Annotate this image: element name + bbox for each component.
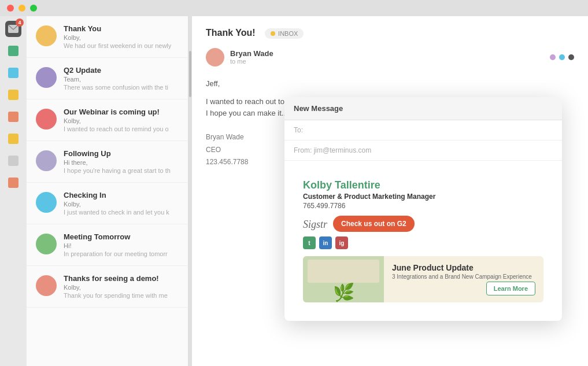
email-preview: There was some confusion with the ti [64, 84, 179, 91]
sender-name: Bryan Wade [230, 49, 544, 58]
new-message-header: New Message [284, 97, 562, 120]
linkedin-icon[interactable]: in [319, 236, 332, 249]
sidebar-item-contacts[interactable] [5, 153, 21, 169]
sig-title: Customer & Product Marketing Manager [303, 193, 543, 201]
new-message-body: Kolby Tallentire Customer & Product Mark… [284, 170, 562, 321]
sidebar-item-tasks[interactable] [5, 109, 21, 125]
email-sender: Team, [64, 76, 179, 83]
social-icons: t in ig [303, 236, 543, 249]
sig-phone: 765.499.7786 [303, 202, 543, 210]
sig-name: Kolby Tallentire [303, 179, 543, 191]
list-item[interactable]: Thanks for seeing a demo! Kolby, Thank y… [27, 266, 188, 308]
sender-to: to me [230, 58, 544, 65]
banner-subtitle: 3 Integrations and a Brand New Campaign … [392, 273, 535, 280]
to-field[interactable]: To: [284, 120, 562, 141]
email-subject: Checking In [64, 191, 179, 199]
email-sender: Kolby, [64, 284, 179, 291]
title-bar [0, 0, 588, 16]
email-preview: I wanted to reach out to remind you o [64, 125, 179, 132]
email-sender: Hi there, [64, 159, 179, 166]
learn-more-button[interactable]: Learn More [486, 282, 535, 295]
email-list: Thank You Kolby, We had our first weeken… [27, 16, 188, 366]
sidebar-item-mail[interactable]: 4 [5, 21, 21, 37]
email-content: Our Webinar is coming up! Kolby, I wante… [64, 108, 179, 132]
email-content: Following Up Hi there, I hope you're hav… [64, 149, 179, 174]
avatar [36, 234, 57, 254]
email-preview: We had our first weekend in our newly [64, 42, 179, 49]
email-sender: Kolby, [64, 117, 179, 124]
list-item[interactable]: Q2 Update Team, There was some confusion… [27, 58, 188, 99]
instagram-icon[interactable]: ig [335, 236, 348, 249]
email-detail-subject: Thank You! [206, 28, 256, 38]
inbox-badge: INBOX [265, 28, 304, 39]
sidebar-item-chat[interactable] [5, 65, 21, 81]
banner-right: June Product Update 3 Integrations and a… [384, 256, 543, 302]
maximize-button[interactable] [30, 5, 37, 12]
mail-badge: 4 [16, 19, 24, 27]
banner-title: June Product Update [392, 263, 535, 272]
avatar [36, 150, 57, 171]
sigstr-logo: Sigstr [303, 217, 327, 231]
email-preview: I hope you're having a great start to th [64, 167, 179, 174]
icon-bar: 4 [0, 16, 27, 366]
sender-row: Bryan Wade to me [206, 48, 574, 66]
email-content: Q2 Update Team, There was some confusion… [64, 66, 179, 91]
list-item[interactable]: Following Up Hi there, I hope you're hav… [27, 141, 188, 183]
sidebar-item-settings[interactable] [5, 175, 21, 191]
avatar [36, 275, 57, 296]
inbox-dot [271, 31, 275, 36]
sender-avatar [206, 48, 224, 66]
avatar [36, 192, 57, 213]
email-content: Meeting Tomorrow Hi! In preparation for … [64, 232, 179, 257]
email-preview: I just wanted to check in and let you k [64, 209, 179, 216]
email-content: Checking In Kolby, I just wanted to chec… [64, 191, 179, 216]
email-sender: Hi! [64, 242, 179, 249]
avatar [36, 67, 57, 88]
action-dots [550, 54, 574, 60]
action-dot-dark[interactable] [568, 54, 574, 60]
email-subject: Thanks for seeing a demo! [64, 274, 179, 283]
g2-cta-button[interactable]: Check us out on G2 [333, 216, 415, 232]
sidebar-item-notes[interactable] [5, 87, 21, 103]
avatar [36, 109, 57, 130]
email-subject: Following Up [64, 149, 179, 158]
banner-image: 🌿 [303, 256, 384, 302]
new-message-overlay: New Message To: From: jim@terminus.com K… [284, 97, 562, 321]
email-subject: Meeting Tomorrow [64, 232, 179, 241]
app-window: 4 Thank You Kolby, We [0, 16, 588, 366]
avatar [36, 25, 57, 46]
sidebar-item-files[interactable] [5, 131, 21, 147]
signature-card: Kolby Tallentire Customer & Product Mark… [294, 170, 553, 312]
email-preview: In preparation for our meeting tomorr [64, 250, 179, 257]
email-preview: Thank you for spending time with me [64, 292, 179, 299]
banner: 🌿 June Product Update 3 Integrations and… [303, 256, 543, 302]
inbox-label: INBOX [278, 30, 298, 37]
email-detail: Thank You! INBOX Bryan Wade to me Jeff, … [192, 16, 588, 366]
close-button[interactable] [7, 5, 14, 12]
email-content: Thank You Kolby, We had our first weeken… [64, 24, 179, 49]
sender-info: Bryan Wade to me [230, 49, 544, 65]
list-item[interactable]: Our Webinar is coming up! Kolby, I wante… [27, 99, 188, 141]
email-subject: Q2 Update [64, 66, 179, 75]
action-dot-blue[interactable] [559, 54, 565, 60]
scroll-thumb[interactable] [189, 51, 191, 97]
detail-header: Thank You! INBOX [206, 28, 574, 39]
twitter-icon[interactable]: t [303, 236, 316, 249]
email-content: Thanks for seeing a demo! Kolby, Thank y… [64, 274, 179, 299]
list-item[interactable]: Meeting Tomorrow Hi! In preparation for … [27, 224, 188, 266]
email-subject: Thank You [64, 24, 179, 33]
from-field[interactable]: From: jim@terminus.com [284, 141, 562, 161]
sidebar-item-calendar[interactable] [5, 43, 21, 59]
email-subject: Our Webinar is coming up! [64, 108, 179, 116]
sig-logo-row: Sigstr Check us out on G2 [303, 216, 543, 232]
email-sender: Kolby, [64, 201, 179, 208]
action-dot-purple[interactable] [550, 54, 556, 60]
list-item[interactable]: Checking In Kolby, I just wanted to chec… [27, 183, 188, 224]
list-item[interactable]: Thank You Kolby, We had our first weeken… [27, 16, 188, 58]
email-sender: Kolby, [64, 34, 179, 41]
minimize-button[interactable] [19, 5, 25, 12]
